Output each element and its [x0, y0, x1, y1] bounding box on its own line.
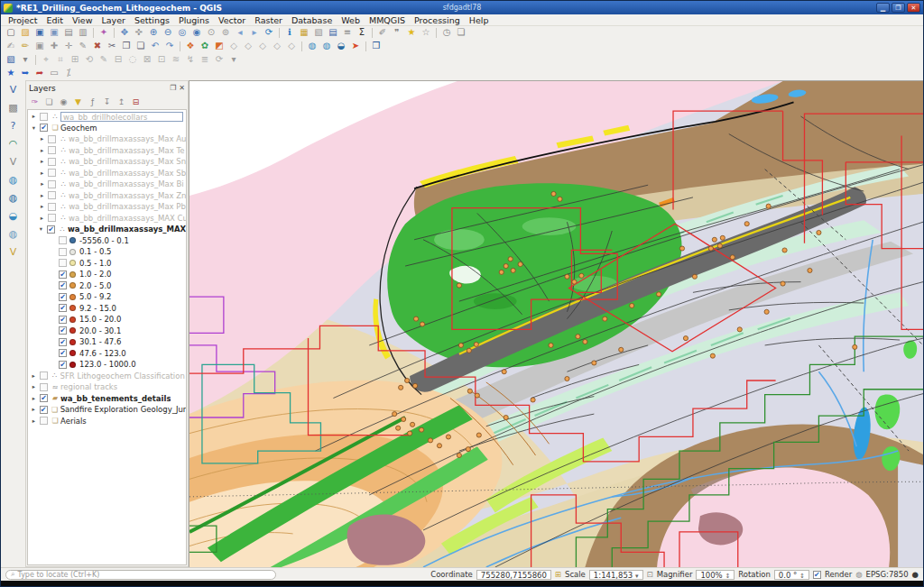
- label-g-icon[interactable]: ⟳: [212, 54, 226, 66]
- paste-features-icon[interactable]: ❏: [134, 41, 148, 52]
- zoom-last-icon[interactable]: ◂: [233, 27, 247, 39]
- zoom-full-icon[interactable]: ◉: [189, 27, 204, 39]
- layer-tree-row[interactable]: ▸✔❏Sandfire Exploration Geology_June 201…: [28, 404, 186, 416]
- layer-tree-row[interactable]: ▸∴wa_bb_drillmaxassays_Max Bi ppm: [28, 179, 186, 190]
- new-print-layout-icon[interactable]: ▤: [61, 27, 76, 39]
- cut-features-icon[interactable]: ✂: [105, 41, 119, 52]
- expander-icon[interactable]: ▸: [38, 147, 46, 154]
- label-menu-2-icon[interactable]: ▾: [226, 54, 241, 66]
- current-edits-icon[interactable]: ✍: [4, 41, 18, 52]
- toggle-editing-icon[interactable]: ✏: [18, 41, 32, 52]
- open-project-icon[interactable]: ▨: [18, 27, 32, 39]
- label-a-icon[interactable]: ⊟: [111, 54, 125, 66]
- layer-checkbox[interactable]: [48, 191, 56, 199]
- processing-toolbox-icon[interactable]: ✿: [198, 41, 212, 52]
- magnifier-value[interactable]: 100% ↕: [696, 570, 735, 580]
- plugin-e-icon[interactable]: ◇: [284, 41, 299, 52]
- remove-layer-icon[interactable]: ⊟: [129, 96, 143, 108]
- panel-pin-icon[interactable]: ❐: [170, 84, 176, 92]
- render-checkbox[interactable]: ✔: [813, 571, 821, 579]
- new-bookmark-icon[interactable]: ★: [404, 27, 419, 39]
- expander-icon[interactable]: ▸: [38, 135, 46, 142]
- label-d-icon[interactable]: ⊡: [154, 54, 169, 66]
- show-bookmarks-icon[interactable]: ☆: [419, 27, 433, 39]
- plugin-c-icon[interactable]: ◇: [255, 41, 270, 52]
- add-feature-icon[interactable]: ✚: [47, 41, 61, 52]
- epsg-label[interactable]: EPSG:7850: [866, 570, 909, 579]
- layer-tree-row[interactable]: ▸❏Aerials: [28, 416, 186, 427]
- menu-web[interactable]: Web: [337, 15, 365, 25]
- menu-processing[interactable]: Processing: [410, 15, 465, 25]
- scale-value[interactable]: 1:141,853 ▾: [589, 570, 643, 580]
- zoom-next-icon[interactable]: ▸: [247, 27, 262, 39]
- layer-checkbox[interactable]: [40, 113, 48, 121]
- nominatim-search-icon[interactable]: ➥: [18, 68, 32, 79]
- filter-legend-icon[interactable]: ▼: [71, 96, 85, 108]
- maximize-button[interactable]: ❐: [892, 3, 905, 13]
- layer-tree-row[interactable]: ▸≈regional tracks: [28, 381, 186, 393]
- layer-checkbox[interactable]: ✔: [59, 326, 67, 335]
- expander-icon[interactable]: ▸: [30, 372, 38, 380]
- new-map-view-icon[interactable]: ❏: [454, 27, 468, 39]
- add-arcgis-layer-icon[interactable]: ◍: [5, 227, 23, 242]
- expander-icon[interactable]: ▾: [37, 225, 45, 233]
- move-label-icon[interactable]: ⊞: [68, 54, 82, 66]
- menu-settings[interactable]: Settings: [130, 15, 174, 25]
- collapse-all-icon[interactable]: ↥: [115, 96, 128, 108]
- layer-tree-row[interactable]: ▸∴SFR Lithogeochem Classification July 2…: [28, 371, 186, 382]
- layer-checkbox[interactable]: [48, 203, 56, 211]
- lock-icon[interactable]: ⊡: [647, 570, 653, 579]
- undo-icon[interactable]: ↶: [148, 41, 162, 52]
- zoom-native-icon[interactable]: ◎: [175, 27, 189, 39]
- add-spatialite-icon[interactable]: ◠: [5, 137, 23, 151]
- expander-icon[interactable]: ▸: [38, 203, 46, 210]
- field-calculator-icon[interactable]: ≡: [340, 27, 355, 39]
- menu-help[interactable]: Help: [465, 15, 494, 25]
- rotate-label-icon[interactable]: ⟲: [82, 54, 97, 66]
- plugin-b-icon[interactable]: ◇: [241, 41, 255, 52]
- menu-edit[interactable]: Edit: [42, 15, 68, 25]
- layer-checkbox[interactable]: ✔: [40, 124, 48, 132]
- open-layer-styling-icon[interactable]: ✑: [28, 96, 42, 108]
- menu-mmqgis[interactable]: MMQGIS: [365, 15, 410, 25]
- layer-checkbox[interactable]: ✔: [59, 349, 67, 357]
- copy-features-icon[interactable]: ❐: [119, 41, 134, 52]
- zoom-in-icon[interactable]: ⊕: [146, 27, 161, 39]
- statistics-summary-icon[interactable]: Σ: [355, 27, 369, 39]
- delete-selected-icon[interactable]: ✖: [90, 41, 105, 52]
- add-group-icon[interactable]: ❏: [42, 96, 56, 108]
- layer-checkbox[interactable]: ✔: [59, 361, 67, 369]
- web-service-icon[interactable]: ◍: [319, 41, 334, 52]
- zoom-out-icon[interactable]: ⊖: [161, 27, 175, 39]
- save-project-icon[interactable]: ▣: [32, 27, 47, 39]
- layer-checkbox[interactable]: [40, 383, 48, 391]
- locator-bar[interactable]: ⌕ Type to locate (Ctrl+K): [5, 570, 276, 580]
- data-source-manager-icon[interactable]: V: [5, 83, 23, 97]
- layer-checkbox[interactable]: ✔: [47, 225, 55, 234]
- layer-checkbox[interactable]: [59, 259, 67, 267]
- rotation-value[interactable]: 0.0 ° ↕: [774, 570, 809, 580]
- georeferencer-icon[interactable]: ◩: [212, 41, 226, 52]
- add-delimited-text-icon[interactable]: ?: [5, 119, 23, 133]
- layer-checkbox[interactable]: ✔: [59, 304, 67, 312]
- spatial-bookmarks-icon[interactable]: ★: [4, 68, 18, 79]
- minimize-button[interactable]: ▁: [876, 3, 890, 13]
- deselect-features-icon[interactable]: ▧: [311, 27, 326, 39]
- menu-vector[interactable]: Vector: [214, 15, 250, 25]
- layer-checkbox[interactable]: [48, 135, 56, 143]
- zoom-to-selection-icon[interactable]: ⊙: [204, 27, 218, 39]
- coordinate-value[interactable]: 755280,7155860: [476, 570, 551, 580]
- pin-labels-icon[interactable]: ⌖: [39, 54, 53, 66]
- offline-editing-icon[interactable]: ➤: [348, 41, 363, 52]
- save-layer-edits-icon[interactable]: ▣: [32, 41, 47, 52]
- layer-checkbox[interactable]: [48, 169, 56, 177]
- layer-checkbox[interactable]: ✔: [59, 316, 67, 324]
- layer-checkbox[interactable]: [59, 248, 67, 256]
- modify-attributes-icon[interactable]: ✎: [76, 41, 90, 52]
- metasearch-icon[interactable]: ◍: [305, 41, 319, 52]
- add-wms-layer-icon[interactable]: ◍: [5, 173, 23, 188]
- map-tips-icon[interactable]: ❞: [390, 27, 404, 39]
- temporal-controller-icon[interactable]: ◷: [439, 27, 454, 39]
- menu-project[interactable]: Project: [4, 15, 42, 25]
- new-project-icon[interactable]: ▢: [4, 27, 18, 39]
